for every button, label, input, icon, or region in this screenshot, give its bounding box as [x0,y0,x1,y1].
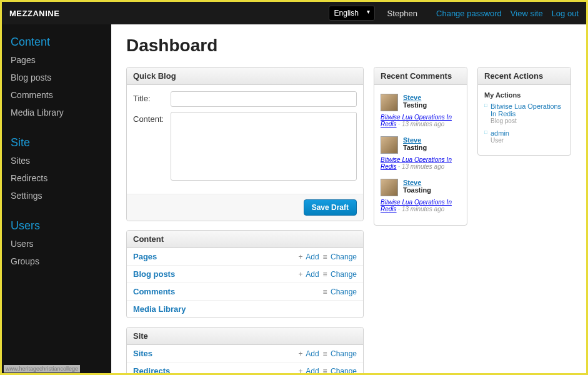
sidebar-item-settings[interactable]: Settings [2,187,111,204]
sidebar-item-pages[interactable]: Pages [2,51,111,69]
action-link[interactable]: admin [491,129,509,137]
comment-time: 13 minutes ago [402,206,444,212]
sidebar: ContentPagesBlog postsCommentsMedia Libr… [2,24,111,373]
plus-icon: + [299,349,303,358]
action-item: Bitwise Lua Operations In RedisBlog post [484,102,564,124]
brand: MEZZANINE [9,9,59,18]
model-row: Sites+ Add≡ Change [127,345,363,362]
sidebar-section-users[interactable]: Users [2,216,111,235]
comment-user-link[interactable]: Steve [403,179,421,186]
list-icon: ≡ [323,349,327,358]
model-link-redirects[interactable]: Redirects [133,366,295,373]
sidebar-item-groups[interactable]: Groups [2,252,111,270]
comment: SteveTasting [381,134,461,155]
plus-icon: + [299,367,303,374]
change-link[interactable]: ≡ Change [323,349,357,358]
comment-time: 13 minutes ago [402,121,444,128]
sidebar-item-blog-posts[interactable]: Blog posts [2,69,111,86]
add-link[interactable]: + Add [299,252,319,261]
comment-user-link[interactable]: Steve [403,94,421,101]
add-link[interactable]: + Add [299,349,319,358]
quick-blog-panel: Quick Blog Title: Content: Save Draft [126,67,364,221]
main-content: Dashboard Quick Blog Title: Content: [111,24,586,373]
sidebar-section-content[interactable]: Content [2,32,111,51]
add-link[interactable]: + Add [299,367,319,374]
footer-credit: www.heritagechristiancollege [4,365,80,372]
title-input[interactable] [171,91,357,107]
avatar [381,94,398,111]
content-textarea[interactable] [171,112,357,181]
model-link-sites[interactable]: Sites [133,349,295,358]
recent-comments-header: Recent Comments [374,68,467,85]
comment-text: Testing [403,101,427,109]
comment-text: Tasting [403,144,427,151]
plus-icon: + [299,252,303,261]
page-title: Dashboard [126,36,571,56]
sidebar-section-site[interactable]: Site [2,132,111,152]
model-row: Pages+ Add≡ Change [127,248,363,265]
avatar [381,136,398,154]
language-select-wrap: English [329,6,375,21]
comment: SteveToasting [381,176,461,198]
list-icon: ≡ [323,252,327,261]
list-icon: ≡ [323,367,327,374]
title-label: Title: [133,91,171,103]
comment-meta: Bitwise Lua Operations In Redis · 13 min… [381,199,461,212]
sidebar-item-sites[interactable]: Sites [2,152,111,169]
log-out-link[interactable]: Log out [552,9,579,18]
topbar: MEZZANINE English Stephen Change passwor… [2,2,586,24]
change-link[interactable]: ≡ Change [323,270,357,279]
comment-user-link[interactable]: Steve [403,136,421,144]
model-link-blog-posts[interactable]: Blog posts [133,269,295,279]
sidebar-item-users[interactable]: Users [2,235,111,252]
content-label: Content: [133,112,171,124]
language-select[interactable]: English [329,6,375,21]
list-icon: ≡ [323,270,327,279]
model-link-pages[interactable]: Pages [133,252,295,261]
current-user: Stephen [387,9,417,18]
comment: SteveTesting [381,91,461,112]
my-actions-label: My Actions [484,91,564,99]
model-group-header: Site [127,328,363,345]
avatar [381,179,398,196]
list-icon: ≡ [323,288,327,296]
action-type: Blog post [491,118,564,124]
change-link[interactable]: ≡ Change [323,288,357,296]
change-link[interactable]: ≡ Change [323,367,357,374]
comment-meta: Bitwise Lua Operations In Redis · 13 min… [381,114,461,128]
plus-icon: + [299,270,303,279]
recent-actions-panel: Recent Actions My Actions Bitwise Lua Op… [477,67,571,156]
model-link-comments[interactable]: Comments [133,287,319,296]
save-draft-button[interactable]: Save Draft [304,199,357,216]
action-link[interactable]: Bitwise Lua Operations In Redis [491,102,561,118]
change-link[interactable]: ≡ Change [323,252,357,261]
sidebar-item-redirects[interactable]: Redirects [2,169,111,187]
comment-meta: Bitwise Lua Operations In Redis · 13 min… [381,156,461,170]
quick-blog-header: Quick Blog [127,68,363,85]
model-group-header: Content [127,231,363,248]
recent-actions-header: Recent Actions [478,68,571,85]
sidebar-item-comments[interactable]: Comments [2,86,111,104]
comment-time: 13 minutes ago [402,163,444,170]
action-type: User [491,137,564,144]
model-row: Comments≡ Change [127,282,363,300]
add-link[interactable]: + Add [299,270,319,279]
view-site-link[interactable]: View site [511,9,543,18]
model-link-media-library[interactable]: Media Library [133,304,357,314]
comment-text: Toasting [403,186,431,194]
action-item: adminUser [484,129,564,144]
change-password-link[interactable]: Change password [436,9,502,18]
model-row: Blog posts+ Add≡ Change [127,265,363,282]
model-group-site: SiteSites+ Add≡ ChangeRedirects+ Add≡ Ch… [126,327,364,373]
sidebar-item-media-library[interactable]: Media Library [2,104,111,121]
model-group-content: ContentPages+ Add≡ ChangeBlog posts+ Add… [126,230,364,318]
model-row: Redirects+ Add≡ Change [127,362,363,373]
model-row: Media Library [127,300,363,318]
recent-comments-panel: Recent Comments SteveTestingBitwise Lua … [374,67,467,226]
